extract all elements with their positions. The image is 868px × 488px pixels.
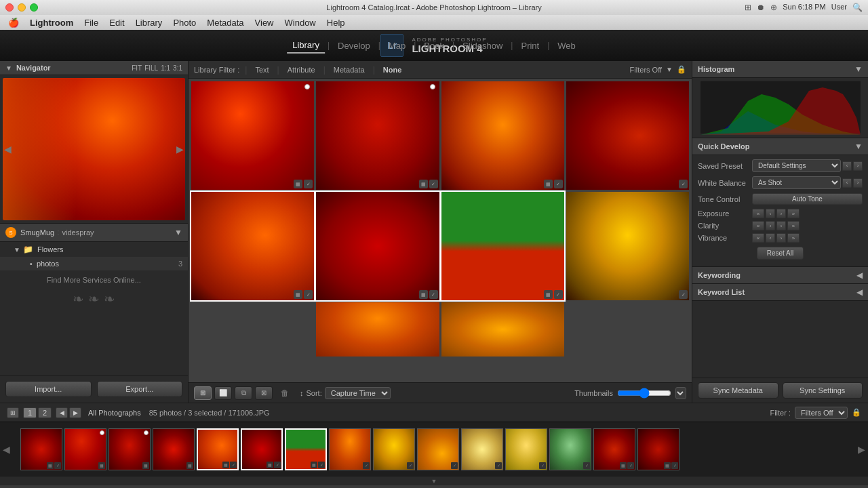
search-icon[interactable]: 🔍: [852, 3, 863, 12]
grid-cell-2-1[interactable]: ▦ ✓: [191, 192, 314, 300]
module-tab-web[interactable]: Web: [552, 39, 581, 53]
status-filter-select[interactable]: Filters Off: [795, 407, 848, 419]
wb-arrow-right[interactable]: ›: [853, 178, 863, 188]
nav-fill[interactable]: FILL: [144, 64, 158, 72]
maximize-button[interactable]: [30, 3, 38, 12]
clarity-dbl-right[interactable]: »: [787, 221, 800, 230]
quick-develop-header[interactable]: Quick Develop ▼: [692, 138, 868, 155]
film-thumb-9[interactable]: ✓: [373, 428, 415, 470]
navigator-header[interactable]: ▼ Navigator FIT FILL 1:1 3:1: [0, 61, 188, 75]
menu-library[interactable]: Library: [130, 16, 168, 29]
filter-none[interactable]: None: [380, 65, 405, 75]
module-tab-slideshow[interactable]: Slideshow: [457, 39, 508, 53]
vib-right[interactable]: ›: [776, 233, 786, 243]
menu-metadata[interactable]: Metadata: [201, 16, 249, 29]
sort-select[interactable]: Capture Time: [325, 387, 391, 399]
keywording-header[interactable]: Keywording ◀: [692, 266, 868, 284]
menu-view[interactable]: View: [250, 16, 279, 29]
filmstrip-arrow-right[interactable]: ▶: [858, 444, 865, 455]
grid-cell-1-4[interactable]: ✓: [566, 81, 689, 190]
reset-all-button[interactable]: Reset All: [757, 247, 804, 260]
histogram-header[interactable]: Histogram ▼: [692, 61, 868, 78]
subfolder-item[interactable]: ▪ photos 3: [0, 257, 188, 270]
grid-cell-1-2[interactable]: ▦ ✓: [316, 81, 439, 190]
module-tab-map[interactable]: Map: [383, 39, 411, 53]
film-thumb-13[interactable]: ✓: [549, 428, 591, 470]
module-tab-develop[interactable]: Develop: [332, 39, 376, 53]
grid-cell-1-1[interactable]: ▦ ✓: [191, 81, 314, 190]
filter-attribute[interactable]: Attribute: [285, 65, 318, 75]
auto-tone-button[interactable]: Auto Tone: [752, 193, 863, 205]
preset-arrow-left[interactable]: ‹: [842, 161, 852, 171]
preset-arrow-right[interactable]: ›: [853, 161, 863, 171]
folder-item[interactable]: ▼ 📁 Flowers: [0, 242, 188, 257]
status-lock-icon[interactable]: 🔒: [852, 408, 861, 417]
page-2[interactable]: 2: [38, 407, 52, 418]
grid-cell-3-2[interactable]: [316, 302, 439, 357]
lock-icon[interactable]: 🔒: [677, 65, 686, 74]
find-more-services[interactable]: Find More Services Online...: [0, 272, 188, 288]
menu-file[interactable]: File: [79, 16, 104, 29]
film-thumb-15[interactable]: ▦ ✓: [637, 428, 679, 470]
grid-view-btn[interactable]: ⊞: [194, 386, 212, 400]
film-thumb-7[interactable]: ▦ ✓: [285, 428, 327, 470]
filmstrip-arrow-left[interactable]: ◀: [3, 444, 10, 455]
close-button[interactable]: [5, 3, 14, 12]
smugmug-header[interactable]: S SmugMug : videspray ▼: [0, 223, 188, 242]
page-1[interactable]: 1: [23, 407, 37, 418]
saved-preset-select[interactable]: Default Settings: [752, 159, 841, 172]
exp-dbl-right[interactable]: »: [787, 209, 800, 218]
film-thumb-5[interactable]: ▦ ✓: [197, 428, 239, 470]
wb-arrow-left[interactable]: ‹: [842, 178, 852, 188]
bottom-expand-arrow[interactable]: ▼: [0, 476, 868, 485]
menu-edit[interactable]: Edit: [104, 16, 130, 29]
survey-view-btn[interactable]: ⊠: [255, 386, 273, 400]
export-button[interactable]: Export...: [97, 381, 183, 397]
film-thumb-2[interactable]: ▦: [64, 428, 106, 470]
film-thumb-8[interactable]: ✓: [329, 428, 371, 470]
filter-text[interactable]: Text: [252, 65, 271, 75]
clarity-dbl-left[interactable]: «: [752, 221, 764, 230]
all-photographs[interactable]: All Photographs: [88, 409, 141, 417]
film-thumb-3[interactable]: ▦: [108, 428, 151, 470]
module-tab-library[interactable]: Library: [287, 38, 325, 54]
menu-window[interactable]: Window: [279, 16, 321, 29]
nav-prev[interactable]: ◀: [56, 407, 68, 418]
exp-left[interactable]: ‹: [766, 209, 775, 218]
loupe-view-btn[interactable]: ⬜: [214, 386, 232, 400]
nav-3-1[interactable]: 3:1: [173, 64, 182, 72]
thumbnails-dropdown[interactable]: [675, 387, 686, 399]
white-balance-select[interactable]: As Shot: [752, 176, 841, 189]
menu-help[interactable]: Help: [321, 16, 351, 29]
film-thumb-1[interactable]: ▦ ✓: [20, 428, 62, 470]
nav-1-1[interactable]: 1:1: [161, 64, 170, 72]
vib-dbl-left[interactable]: «: [752, 233, 764, 243]
clarity-left[interactable]: ‹: [766, 221, 775, 230]
keyword-list-header[interactable]: Keyword List ◀: [692, 284, 868, 301]
film-thumb-12[interactable]: ✓: [505, 428, 547, 470]
clarity-right[interactable]: ›: [776, 221, 786, 230]
nav-arrow-left[interactable]: ◀: [4, 144, 12, 155]
module-tab-print[interactable]: Print: [515, 39, 545, 53]
apple-menu[interactable]: 🍎: [3, 16, 24, 29]
film-thumb-4[interactable]: ▦: [153, 428, 195, 470]
grid-cell-2-2[interactable]: ▦ ✓: [316, 192, 439, 300]
exp-dbl-left[interactable]: «: [752, 209, 764, 218]
grid-cell-3-3[interactable]: [441, 302, 564, 357]
exp-right[interactable]: ›: [776, 209, 786, 218]
minimize-button[interactable]: [18, 3, 26, 12]
film-thumb-6[interactable]: ▦ ✓: [241, 428, 283, 470]
filter-dropdown-arrow[interactable]: ▼: [666, 66, 673, 73]
trash-btn[interactable]: 🗑: [278, 386, 292, 400]
grid-cell-1-3[interactable]: ▦ ✓: [441, 81, 564, 190]
grid-cell-2-3[interactable]: ▦ ✓: [441, 192, 564, 300]
nav-next[interactable]: ▶: [69, 407, 81, 418]
sync-metadata-button[interactable]: Sync Metadata: [698, 382, 778, 399]
import-button[interactable]: Import...: [5, 381, 92, 397]
film-thumb-14[interactable]: ▦ ✓: [593, 428, 635, 470]
grid-icon[interactable]: ⊞: [7, 407, 19, 418]
nav-arrow-right[interactable]: ▶: [176, 144, 184, 155]
film-thumb-11[interactable]: ✓: [461, 428, 503, 470]
grid-cell-2-4[interactable]: ✓: [566, 192, 689, 300]
module-tab-book[interactable]: Book: [418, 39, 450, 53]
